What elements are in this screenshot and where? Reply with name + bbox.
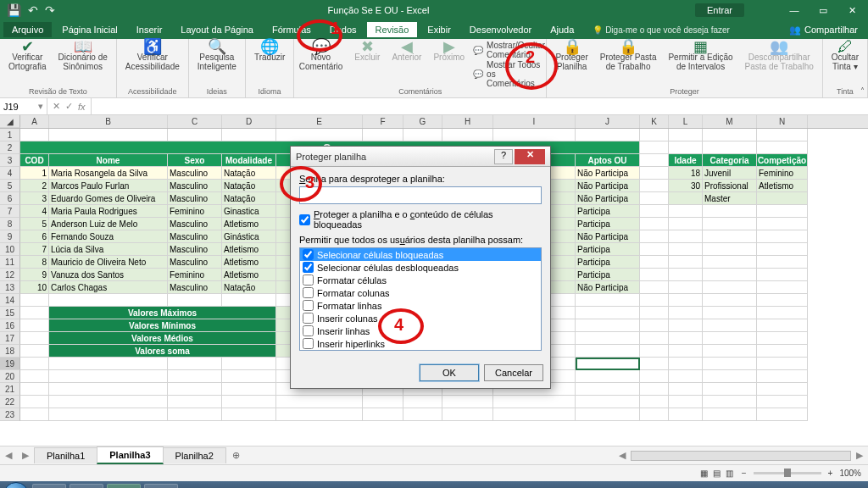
cell[interactable] bbox=[363, 408, 403, 421]
row-head[interactable]: 4 bbox=[0, 167, 20, 180]
sheet-nav-next[interactable]: ▶ bbox=[17, 450, 34, 461]
col-head[interactable]: G bbox=[403, 115, 442, 128]
cell[interactable] bbox=[403, 129, 442, 141]
permission-option[interactable]: Selecionar células bloqueadas bbox=[300, 248, 541, 261]
permission-checkbox[interactable] bbox=[303, 262, 314, 273]
col-head[interactable]: J bbox=[576, 115, 640, 128]
cell[interactable] bbox=[222, 370, 276, 383]
permission-option[interactable]: Excluir colunas bbox=[300, 350, 541, 351]
cell[interactable]: 6 bbox=[20, 230, 49, 243]
cell[interactable]: 1 bbox=[20, 167, 49, 180]
cell[interactable]: Atletismo bbox=[222, 218, 276, 230]
cell[interactable] bbox=[222, 294, 276, 307]
cell[interactable]: 8 bbox=[20, 256, 49, 269]
col-head[interactable]: N bbox=[757, 115, 808, 128]
tab-formulas[interactable]: Fórmulas bbox=[264, 22, 320, 37]
cell[interactable]: Masculino bbox=[168, 281, 222, 294]
cell[interactable]: Natação bbox=[222, 180, 276, 192]
cell[interactable]: Ginastica bbox=[222, 205, 276, 218]
dialog-close-icon[interactable]: ✕ bbox=[515, 149, 545, 164]
row-head[interactable]: 8 bbox=[0, 218, 20, 230]
cell[interactable]: 2 bbox=[20, 180, 49, 192]
cell[interactable] bbox=[276, 396, 363, 408]
cell[interactable] bbox=[222, 396, 276, 408]
tab-desenvolvedor[interactable]: Desenvolvedor bbox=[461, 22, 540, 37]
cell[interactable]: Masculino bbox=[168, 180, 222, 192]
cell[interactable]: COD bbox=[20, 154, 49, 167]
zoom-in[interactable]: + bbox=[828, 469, 833, 478]
cell[interactable] bbox=[20, 370, 49, 383]
cell[interactable] bbox=[703, 129, 757, 141]
cell[interactable]: 3 bbox=[20, 192, 49, 205]
cell[interactable] bbox=[757, 358, 808, 370]
ok-button[interactable]: OK bbox=[420, 364, 479, 381]
cell[interactable] bbox=[640, 256, 669, 269]
tab-inicio[interactable]: Página Inicial bbox=[53, 22, 125, 37]
cell[interactable] bbox=[640, 129, 669, 141]
cell[interactable]: Atletismo bbox=[222, 243, 276, 256]
task-chrome[interactable]: 🌐 bbox=[70, 484, 103, 488]
cell[interactable] bbox=[222, 408, 276, 421]
cell[interactable] bbox=[640, 167, 669, 180]
cell[interactable] bbox=[669, 294, 703, 307]
permission-checkbox[interactable] bbox=[303, 274, 314, 286]
cell[interactable] bbox=[20, 396, 49, 408]
cell[interactable] bbox=[640, 294, 669, 307]
cell[interactable] bbox=[640, 243, 669, 256]
cell[interactable] bbox=[669, 396, 703, 408]
row-head[interactable]: 13 bbox=[0, 281, 20, 294]
name-box[interactable]: J19▾ bbox=[0, 98, 47, 114]
cell[interactable] bbox=[669, 408, 703, 421]
permission-checkbox[interactable] bbox=[303, 313, 314, 324]
cell[interactable] bbox=[640, 281, 669, 294]
cell[interactable] bbox=[49, 358, 168, 370]
zoom-out[interactable]: − bbox=[742, 469, 747, 478]
cell[interactable] bbox=[757, 192, 808, 205]
cell[interactable]: Natação bbox=[222, 281, 276, 294]
cell[interactable] bbox=[703, 230, 757, 243]
cell[interactable] bbox=[640, 205, 669, 218]
cell[interactable] bbox=[403, 408, 442, 421]
cell[interactable]: Não Participa bbox=[576, 230, 640, 243]
permission-checkbox[interactable] bbox=[303, 249, 314, 260]
task-photoshop[interactable]: Ps bbox=[144, 484, 178, 488]
cell[interactable] bbox=[757, 294, 808, 307]
cell[interactable]: 4 bbox=[20, 205, 49, 218]
task-excel[interactable]: ▦ bbox=[107, 484, 141, 488]
cell[interactable] bbox=[669, 256, 703, 269]
show-all-comments-button[interactable]: 💬 Mostrar Todos os Comentários bbox=[473, 60, 545, 88]
cell[interactable] bbox=[576, 370, 640, 383]
cell[interactable]: Nome bbox=[49, 154, 168, 167]
allow-ranges-button[interactable]: ▦Permitir a Edição de Intervalos bbox=[665, 41, 736, 53]
cell[interactable] bbox=[669, 205, 703, 218]
cell[interactable]: Masculino bbox=[168, 230, 222, 243]
cell[interactable] bbox=[640, 358, 669, 370]
tab-arquivo[interactable]: Arquivo bbox=[3, 22, 52, 37]
cell[interactable] bbox=[363, 129, 403, 141]
permission-option[interactable]: Inserir colunas bbox=[300, 312, 541, 324]
cell[interactable] bbox=[703, 269, 757, 281]
tab-layout[interactable]: Layout da Página bbox=[172, 22, 262, 37]
row-head[interactable]: 23 bbox=[0, 408, 20, 421]
cell[interactable]: Juvenil bbox=[703, 167, 757, 180]
cell[interactable] bbox=[640, 192, 669, 205]
tab-revisao[interactable]: Revisão bbox=[367, 22, 418, 37]
cell[interactable] bbox=[640, 218, 669, 230]
cell[interactable] bbox=[757, 218, 808, 230]
cell[interactable]: Eduardo Gomes de Oliveira bbox=[49, 192, 168, 205]
cell[interactable] bbox=[703, 396, 757, 408]
summary-label[interactable]: Valores Máximos bbox=[49, 307, 276, 319]
cell[interactable]: Masculino bbox=[168, 192, 222, 205]
thesaurus-button[interactable]: 📖Dicionário de Sinônimos bbox=[54, 41, 110, 53]
cell[interactable] bbox=[640, 370, 669, 383]
cell[interactable]: Master bbox=[703, 192, 757, 205]
summary-label[interactable]: Valores soma bbox=[49, 345, 276, 358]
task-explorer[interactable]: 📁 bbox=[32, 484, 66, 488]
cell[interactable]: Participa bbox=[576, 256, 640, 269]
cell[interactable] bbox=[168, 370, 222, 383]
cell[interactable]: Participa bbox=[576, 269, 640, 281]
cell[interactable]: Idade bbox=[669, 154, 703, 167]
cell[interactable]: Natação bbox=[222, 167, 276, 180]
permission-checkbox[interactable] bbox=[303, 338, 314, 349]
permission-option[interactable]: Formatar células bbox=[300, 274, 541, 286]
